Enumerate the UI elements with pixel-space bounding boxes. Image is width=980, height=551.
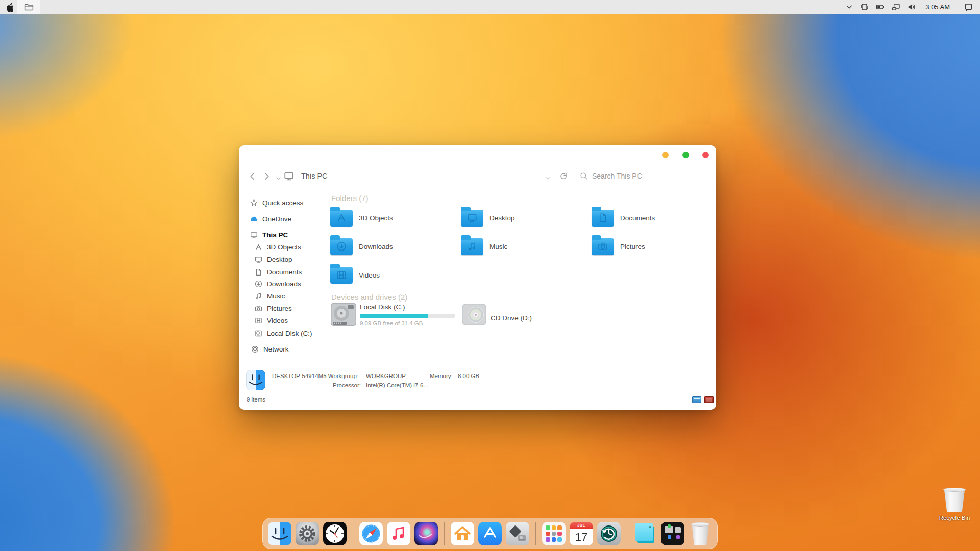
dock-divider — [353, 522, 353, 545]
items-count: 9 items — [247, 396, 265, 403]
download-icon — [255, 280, 262, 288]
sidebar-item-network[interactable]: Network — [251, 343, 289, 355]
sidebar-item-local-disk[interactable]: Local Disk (C:) — [255, 328, 312, 339]
folder-icon-pictures — [592, 238, 614, 255]
sidebar-item-3d-objects[interactable]: 3D Objects — [255, 241, 301, 253]
recycle-bin-icon — [943, 488, 966, 512]
workgroup-value: WORKGROUP — [366, 373, 406, 379]
details-view-button[interactable] — [692, 396, 701, 403]
folder-icon-music — [461, 238, 483, 255]
processor-label: Processor: — [333, 382, 361, 388]
folder-tile-3d-objects[interactable]: 3D Objects — [330, 206, 458, 231]
document-icon — [255, 268, 262, 276]
dock-divider — [444, 522, 445, 545]
dock-divider — [535, 522, 536, 545]
sidebar-item-videos[interactable]: Videos — [255, 315, 288, 326]
back-button[interactable] — [248, 172, 257, 181]
dock-system-settings-icon[interactable] — [296, 522, 319, 545]
sidebar-item-onedrive[interactable]: OneDrive — [250, 213, 291, 224]
volume-icon[interactable] — [908, 3, 916, 11]
folder-tile-desktop[interactable]: Desktop — [461, 206, 589, 231]
recycle-bin[interactable]: Recycle Bin — [935, 488, 974, 521]
apple-menu-icon[interactable] — [0, 0, 17, 14]
dock-stickies-icon[interactable] — [633, 522, 657, 545]
traffic-light-close[interactable] — [702, 152, 709, 158]
dock-launchpad-icon[interactable] — [542, 522, 566, 545]
folder-icon-downloads — [330, 238, 353, 255]
battery-icon[interactable] — [876, 3, 885, 11]
file-explorer-window: This PC Search This PC Quick access OneD… — [239, 145, 716, 410]
sidebar-item-music[interactable]: Music — [255, 290, 285, 302]
folder-icon-videos — [330, 267, 353, 284]
film-icon — [255, 317, 262, 324]
dock-mission-control-icon[interactable] — [661, 522, 684, 545]
3d-objects-icon — [255, 243, 262, 251]
dock-calendar-icon[interactable]: JUL 17 — [570, 522, 593, 545]
dock-safari-icon[interactable] — [359, 522, 383, 545]
cd-drive-icon — [461, 303, 487, 327]
menu-bar: 3:05 AM — [0, 0, 980, 14]
dock-home-icon[interactable] — [451, 522, 474, 545]
dock-siri-icon[interactable] — [414, 522, 438, 545]
forward-button[interactable] — [262, 172, 271, 181]
folder-tile-music[interactable]: Music — [461, 234, 589, 260]
computer-name: DESKTOP-54914M5 — [272, 373, 327, 379]
folders-group-header[interactable]: Folders (7) — [331, 194, 369, 203]
drive-tile-local-disk[interactable]: Local Disk (C:) 9.09 GB free of 31.4 GB — [330, 301, 458, 330]
dock-time-machine-icon[interactable] — [597, 522, 621, 545]
sidebar-item-this-pc[interactable]: This PC — [250, 229, 288, 240]
active-app-file-explorer[interactable] — [17, 0, 40, 14]
sidebar-item-pictures[interactable]: Pictures — [255, 303, 292, 314]
dock-boot-camp-icon[interactable] — [506, 522, 529, 545]
thumbnails-view-button[interactable] — [704, 396, 714, 403]
address-dropdown-chevron-icon[interactable] — [545, 174, 551, 180]
disk-usage-bar — [360, 314, 455, 318]
launchpad-grid — [546, 525, 562, 542]
folder-icon-desktop — [461, 210, 483, 227]
traffic-light-minimize[interactable] — [662, 152, 669, 158]
sidebar-item-downloads[interactable]: Downloads — [255, 278, 301, 289]
processor-value: Intel(R) Core(TM) i7-6... — [366, 382, 428, 388]
memory-value: 8.00 GB — [458, 373, 479, 379]
folder-tile-videos[interactable]: Videos — [330, 263, 458, 288]
desktop: 3:05 AM This PC Search This PC Quick acc… — [0, 0, 980, 551]
devices-group-header[interactable]: Devices and drives (2) — [331, 293, 407, 302]
sync-update-icon[interactable] — [860, 3, 869, 11]
search-icon — [580, 172, 588, 180]
network-globe-icon — [251, 345, 259, 353]
sidebar-item-desktop[interactable]: Desktop — [255, 254, 292, 265]
refresh-icon[interactable] — [559, 172, 568, 180]
dock-divider — [627, 522, 627, 545]
history-chevron-icon[interactable] — [276, 174, 281, 180]
clock-time[interactable]: 3:05 AM — [925, 3, 950, 11]
monitor-icon — [250, 231, 258, 239]
calendar-month: JUL — [570, 522, 593, 529]
sidebar-item-documents[interactable]: Documents — [255, 266, 302, 278]
dock-app-store-icon[interactable]: A — [478, 522, 502, 545]
memory-label: Memory: — [430, 373, 453, 379]
traffic-light-zoom[interactable] — [682, 152, 689, 158]
dock-music-icon[interactable] — [387, 522, 410, 545]
network-icon[interactable] — [892, 3, 900, 11]
folder-tile-downloads[interactable]: Downloads — [330, 234, 458, 260]
hidden-icons-chevron-icon[interactable] — [846, 3, 853, 11]
cloud-icon — [250, 215, 258, 223]
search-input[interactable]: Search This PC — [592, 172, 642, 180]
drive-tile-cd[interactable]: CD Drive (D:) — [461, 301, 573, 330]
folder-tile-documents[interactable]: Documents — [592, 206, 719, 231]
calendar-day: 17 — [570, 529, 593, 545]
finder-icon — [246, 370, 265, 390]
folder-icon-3d-objects — [330, 210, 353, 227]
recycle-bin-label: Recycle Bin — [935, 515, 974, 521]
dock-clock-icon[interactable] — [323, 522, 347, 545]
folder-tile-pictures[interactable]: Pictures — [592, 234, 719, 260]
sidebar-item-quick-access[interactable]: Quick access — [250, 197, 303, 208]
dock-finder-icon[interactable] — [268, 522, 291, 545]
breadcrumb[interactable]: This PC — [301, 172, 328, 180]
star-icon — [250, 199, 258, 207]
notification-center-icon[interactable] — [964, 3, 973, 11]
dock-trash-icon[interactable] — [689, 522, 712, 545]
dock: A JUL 17 — [262, 518, 718, 549]
camera-icon — [255, 305, 262, 312]
desktop-icon — [255, 256, 262, 263]
